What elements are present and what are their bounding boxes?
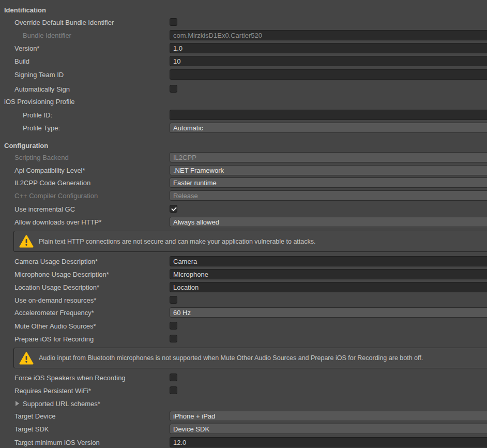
- row-automatically-sign: Automatically Sign: [0, 84, 487, 94]
- row-microphone-usage-description: Microphone Usage Description* Microphone: [0, 269, 487, 279]
- row-use-incremental-gc: Use incremental GC: [0, 204, 487, 214]
- requires-persistent-wifi-checkbox[interactable]: [170, 386, 177, 394]
- force-ios-speakers-when-recording-checkbox[interactable]: [170, 374, 177, 381]
- row-use-on-demand-resources: Use on-demand resources*: [0, 295, 487, 305]
- row-mute-other-audio-sources: Mute Other Audio Sources*: [0, 321, 487, 331]
- foldout-arrow-icon[interactable]: [16, 401, 19, 406]
- camera-usage-description-field[interactable]: Camera: [170, 256, 487, 266]
- prepare-ios-for-recording-checkbox[interactable]: [170, 335, 177, 342]
- mute-other-audio-sources-checkbox[interactable]: [170, 322, 177, 330]
- row-allow-downloads-over-http: Allow downloads over HTTP* Always allowe…: [0, 217, 487, 227]
- use-on-demand-resources-label: Use on-demand resources*: [14, 296, 96, 304]
- signing-team-id-label: Signing Team ID: [14, 71, 64, 79]
- accelerometer-frequency-dropdown[interactable]: 60 Hz: [170, 307, 487, 318]
- row-signing-team-id: Signing Team ID: [0, 69, 487, 80]
- allow-downloads-over-http-label: Allow downloads over HTTP*: [14, 218, 101, 226]
- warning-triangle-icon: [19, 352, 34, 365]
- profile-id-label: Profile ID:: [23, 111, 52, 119]
- row-profile-type: Profile Type: Automatic: [0, 123, 487, 133]
- row-target-sdk: Target SDK Device SDK: [0, 424, 487, 434]
- automatically-sign-checkbox[interactable]: [170, 85, 177, 93]
- target-sdk-label: Target SDK: [14, 425, 49, 433]
- target-minimum-ios-version-field[interactable]: 12.0: [170, 437, 487, 447]
- bluetooth-audio-warning-box: Audio input from Bluetooth microphones i…: [13, 348, 487, 368]
- override-default-bundle-identifier-checkbox[interactable]: [170, 18, 177, 26]
- api-compatibility-level-label: Api Compatibility Level*: [14, 167, 85, 174]
- identification-section-title: Identification: [4, 6, 46, 14]
- ios-provisioning-profile-label: iOS Provisioning Profile: [4, 98, 75, 106]
- profile-type-label: Profile Type:: [23, 124, 60, 132]
- microphone-usage-description-label: Microphone Usage Description*: [14, 271, 109, 278]
- warning-triangle-icon: [19, 235, 34, 248]
- automatically-sign-label: Automatically Sign: [14, 85, 70, 93]
- row-prepare-ios-for-recording: Prepare iOS for Recording: [0, 334, 487, 344]
- scripting-backend-label: Scripting Backend: [14, 154, 69, 161]
- http-warning-box: Plain text HTTP connections are not secu…: [13, 231, 487, 252]
- row-api-compatibility-level: Api Compatibility Level* .NET Framework: [0, 165, 487, 175]
- requires-persistent-wifi-label: Requires Persistent WiFi*: [14, 387, 91, 395]
- row-target-minimum-ios-version: Target minimum iOS Version 12.0: [0, 437, 487, 447]
- row-bundle-identifier: Bundle Identifier com.MirzkisD1Ex0.Carti…: [0, 30, 487, 40]
- scripting-backend-dropdown: IL2CPP: [170, 152, 487, 162]
- profile-type-dropdown[interactable]: Automatic: [170, 123, 487, 133]
- http-warning-text: Plain text HTTP connections are not secu…: [39, 238, 315, 245]
- section-configuration: Configuration: [0, 140, 487, 151]
- prepare-ios-for-recording-label: Prepare iOS for Recording: [14, 335, 94, 343]
- signing-team-id-field[interactable]: [170, 69, 487, 80]
- row-requires-persistent-wifi: Requires Persistent WiFi*: [0, 385, 487, 396]
- accelerometer-frequency-label: Accelerometer Frequency*: [14, 309, 94, 317]
- force-ios-speakers-when-recording-label: Force iOS Speakers when Recording: [14, 374, 126, 382]
- location-usage-description-label: Location Usage Description*: [14, 283, 99, 291]
- section-identification: Identification: [0, 5, 487, 15]
- allow-downloads-over-http-dropdown[interactable]: Always allowed: [170, 217, 487, 227]
- row-scripting-backend: Scripting Backend IL2CPP: [0, 152, 487, 162]
- api-compatibility-level-dropdown[interactable]: .NET Framework: [170, 165, 487, 175]
- use-incremental-gc-label: Use incremental GC: [14, 205, 75, 213]
- microphone-usage-description-field[interactable]: Microphone: [170, 269, 487, 279]
- target-device-label: Target Device: [14, 412, 55, 420]
- mute-other-audio-sources-label: Mute Other Audio Sources*: [14, 322, 96, 330]
- bluetooth-audio-warning-text: Audio input from Bluetooth microphones i…: [39, 354, 423, 362]
- il2cpp-code-generation-dropdown[interactable]: Faster runtime: [170, 177, 487, 188]
- version-label: Version*: [14, 44, 39, 52]
- version-field[interactable]: 1.0: [170, 43, 487, 53]
- target-minimum-ios-version-label: Target minimum iOS Version: [14, 439, 100, 446]
- cpp-compiler-configuration-label: C++ Compiler Configuration: [14, 192, 98, 200]
- row-accelerometer-frequency: Accelerometer Frequency* 60 Hz: [0, 307, 487, 318]
- row-force-ios-speakers-when-recording: Force iOS Speakers when Recording: [0, 372, 487, 383]
- override-default-bundle-identifier-label: Override Default Bundle Identifier: [14, 19, 114, 26]
- target-device-dropdown[interactable]: iPhone + iPad: [170, 411, 487, 421]
- build-field[interactable]: 10: [170, 56, 487, 66]
- cpp-compiler-configuration-dropdown: Release: [170, 190, 487, 201]
- supported-url-schemes-label: Supported URL schemes*: [23, 400, 100, 408]
- row-camera-usage-description: Camera Usage Description* Camera: [0, 256, 487, 266]
- row-version: Version* 1.0: [0, 43, 487, 53]
- camera-usage-description-label: Camera Usage Description*: [14, 258, 98, 265]
- target-sdk-dropdown[interactable]: Device SDK: [170, 424, 487, 434]
- row-ios-provisioning-profile: iOS Provisioning Profile: [0, 96, 487, 107]
- use-on-demand-resources-checkbox[interactable]: [170, 296, 177, 304]
- profile-id-field[interactable]: [170, 110, 487, 120]
- row-override-default-bundle-identifier: Override Default Bundle Identifier: [0, 17, 487, 27]
- row-profile-id: Profile ID:: [0, 110, 487, 120]
- configuration-section-title: Configuration: [4, 142, 48, 150]
- il2cpp-code-generation-label: IL2CPP Code Generation: [14, 179, 90, 187]
- row-target-device: Target Device iPhone + iPad: [0, 411, 487, 421]
- row-il2cpp-code-generation: IL2CPP Code Generation Faster runtime: [0, 177, 487, 188]
- row-build: Build 10: [0, 56, 487, 66]
- row-location-usage-description: Location Usage Description* Location: [0, 282, 487, 292]
- bundle-identifier-field: com.MirzkisD1Ex0.Cartier520: [170, 30, 487, 40]
- location-usage-description-field[interactable]: Location: [170, 282, 487, 292]
- row-supported-url-schemes[interactable]: Supported URL schemes*: [0, 398, 487, 409]
- build-label: Build: [14, 57, 29, 65]
- use-incremental-gc-checkbox[interactable]: [170, 205, 177, 213]
- row-cpp-compiler-configuration: C++ Compiler Configuration Release: [0, 190, 487, 201]
- bundle-identifier-label: Bundle Identifier: [23, 32, 71, 39]
- ios-player-settings-panel: Identification Override Default Bundle I…: [0, 0, 487, 448]
